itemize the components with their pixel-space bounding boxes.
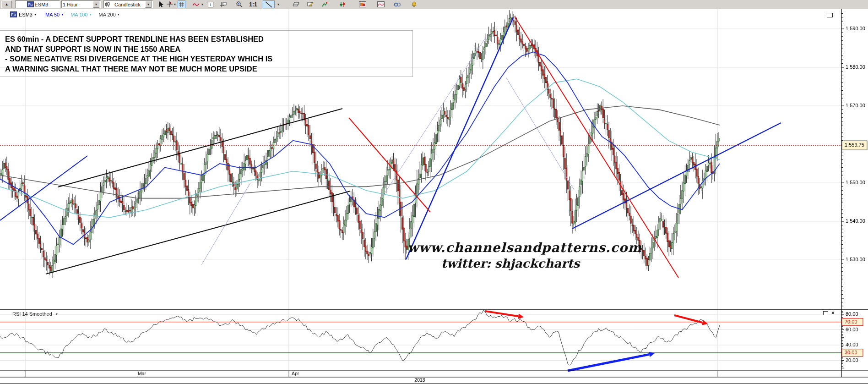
zigzag-tool-button[interactable] <box>320 0 330 8</box>
annotation-line-4: A WARNING SIGNAL THAT THERE MAY NOT BE M… <box>5 64 412 74</box>
chevron-down-icon[interactable]: ▾ <box>90 12 92 16</box>
annotation-text-box[interactable]: ES 60min - A DECENT SUPPORT TRENDLINE HA… <box>0 30 413 77</box>
zoom-tool-button[interactable] <box>234 0 244 8</box>
maximize-panel-button[interactable] <box>827 13 833 17</box>
interval-value: 1 Hour <box>63 2 78 7</box>
futures-icon: Fu <box>10 11 17 17</box>
legend-ma50-label: MA 50 <box>45 12 60 17</box>
collapse-toolbar-button[interactable]: ▲ <box>1 0 12 8</box>
scale-1-1-button[interactable]: 1:1 <box>248 0 258 8</box>
chevron-down-icon[interactable]: ▾ <box>56 312 58 316</box>
grid-icon <box>179 2 184 7</box>
bell-icon <box>411 1 417 7</box>
legend-ma50[interactable]: MA 50 ▾ <box>45 12 63 17</box>
chart-type-select[interactable]: Candlestick ▼ <box>103 0 153 8</box>
watermark-site: www.channelsandpatterns.com <box>407 240 613 255</box>
futures-icon: Fu <box>27 1 34 7</box>
symbol-input[interactable]: Fu ESM3 <box>15 0 60 8</box>
legend-ma200-label: MA 200 <box>99 12 116 17</box>
drawing-tool-button[interactable] <box>306 0 315 8</box>
chevron-down-icon[interactable]: ▼ <box>145 1 152 8</box>
alert-button[interactable] <box>409 0 418 8</box>
zigzag-icon <box>322 1 328 7</box>
rsi-close-button[interactable]: × <box>831 311 835 315</box>
crosshair-icon <box>167 1 173 7</box>
chevron-down-icon[interactable]: ▾ <box>34 12 36 16</box>
watermark-twitter: twitter: shjackcharts <box>407 257 613 270</box>
legend-symbol[interactable]: Fu ESM3 ▾ <box>10 11 36 17</box>
annotation-line-2: AND THAT SUPPORT IS NOW IN THE 1550 AREA <box>5 44 412 55</box>
toolbar: ▲ Fu ESM3 1 Hour ▼ Candlestick ▼ ▼ ▼ <box>0 0 868 9</box>
draw-hand-icon <box>307 1 314 7</box>
indicator-wave-icon <box>193 2 199 7</box>
eraser-tool-button[interactable] <box>291 0 300 8</box>
ratio-label: 1:1 <box>249 1 257 8</box>
picture-icon <box>359 1 366 7</box>
chain-link-icon <box>394 2 401 7</box>
symbol-value: ESM3 <box>35 2 49 7</box>
trendline-icon <box>265 1 272 8</box>
pointer-tool-button[interactable] <box>157 0 166 8</box>
watermark: www.channelsandpatterns.com twitter: shj… <box>407 240 613 270</box>
data-window-button[interactable]: i <box>206 0 215 8</box>
chevron-down-icon[interactable]: ▼ <box>173 0 177 8</box>
chevron-down-icon[interactable]: ▼ <box>201 0 204 8</box>
annotation-line-1: ES 60min - A DECENT SUPPORT TRENDLINE HA… <box>5 34 412 44</box>
annotation-line-3: - SOME NEGATIVE RSI DIVERGENCE AT THE HI… <box>5 54 412 64</box>
legend-ma200[interactable]: MA 200 ▾ <box>99 12 119 17</box>
legend-ma100-label: MA 100 <box>71 12 87 17</box>
legend-ma100[interactable]: MA 100 ▾ <box>71 12 91 17</box>
up-down-arrows-icon <box>339 1 346 7</box>
chevron-down-icon[interactable]: ▾ <box>61 12 63 16</box>
chart-analysis-image-button[interactable] <box>376 0 385 8</box>
crosshair-tool-button[interactable] <box>166 0 173 8</box>
legend-symbol-label: ESM3 <box>19 12 33 17</box>
grid-toggle-button[interactable] <box>178 0 185 8</box>
picture-wave-icon <box>377 1 385 7</box>
candlestick-icon <box>105 2 110 7</box>
collapse-icon: ▲ <box>5 2 9 6</box>
chevron-down-icon[interactable]: ▼ <box>277 0 280 8</box>
charting-app-window: ▲ Fu ESM3 1 Hour ▼ Candlestick ▼ ▼ ▼ <box>0 0 868 384</box>
link-windows-button[interactable] <box>393 0 402 8</box>
chevron-down-icon[interactable]: ▾ <box>118 12 119 16</box>
indicators-button[interactable] <box>191 0 201 8</box>
chevron-down-icon[interactable]: ▼ <box>93 1 99 8</box>
add-panel-button[interactable] <box>219 0 228 8</box>
interval-select[interactable]: 1 Hour ▼ <box>61 0 101 8</box>
rsi-label-text: RSI 14 Smoothed <box>12 311 52 317</box>
chart-image-button[interactable] <box>358 0 367 8</box>
chart-legend: Fu ESM3 ▾ MA 50 ▾ MA 100 ▾ MA 200 ▾ <box>10 11 119 18</box>
trendline-tool-button[interactable] <box>263 0 275 8</box>
rsi-panel-label[interactable]: RSI 14 Smoothed ▾ <box>12 311 58 317</box>
cursor-icon <box>159 1 164 7</box>
eraser-icon <box>293 2 299 7</box>
add-window-icon <box>220 2 227 7</box>
chart-type-value: Candlestick <box>114 2 141 7</box>
rsi-maximize-button[interactable] <box>823 311 828 315</box>
magnifier-icon <box>236 1 242 7</box>
info-icon: i <box>208 2 213 7</box>
arrows-marker-button[interactable] <box>338 0 347 8</box>
